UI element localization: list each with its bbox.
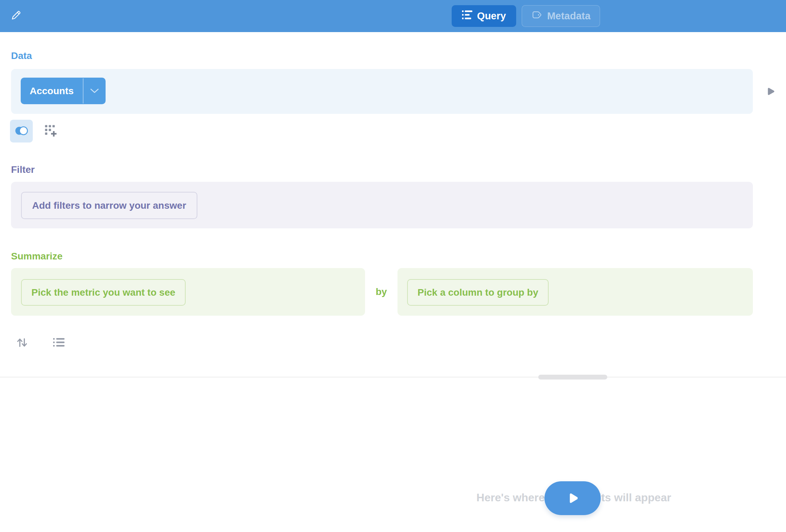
data-step: Accounts [11,69,753,114]
join-data-button[interactable] [10,120,33,142]
custom-column-icon [45,125,57,138]
sort-icon [16,337,28,349]
summarize-section-label: Summarize [11,251,62,262]
tab-query[interactable]: Query [452,5,516,27]
by-label: by [365,268,397,316]
tab-metadata-label: Metadata [547,10,591,22]
filter-step: Add filters to narrow your answer [11,182,753,228]
run-play-icon [568,493,578,504]
app-header: Query Metadata [0,0,786,32]
row-limit-icon [53,338,65,348]
drag-handle[interactable] [538,375,607,380]
tag-icon [531,9,542,23]
join-icon [14,125,29,138]
row-limit-button[interactable] [51,335,66,351]
metric-box: Pick the metric you want to see [11,268,365,316]
sort-button[interactable] [14,335,30,351]
list-icon [462,10,472,22]
query-builder-screen: Query Metadata Data Accounts [0,0,786,532]
add-filter-button[interactable]: Add filters to narrow your answer [21,192,197,219]
data-source-button[interactable]: Accounts [21,78,106,104]
chevron-down-icon[interactable] [83,78,106,104]
preview-play-icon [767,87,775,97]
edit-question-button[interactable] [8,8,23,23]
tab-query-label: Query [477,10,506,22]
pick-group-by-button[interactable]: Pick a column to group by [407,279,549,306]
run-query-button[interactable] [544,481,601,515]
filter-section-label: Filter [11,164,35,175]
custom-column-button[interactable] [42,122,60,140]
pencil-icon [10,10,21,22]
pane-divider [0,377,786,377]
pick-metric-button[interactable]: Pick the metric you want to see [21,279,186,306]
editor-tabs: Query Metadata [452,5,600,27]
data-step-actions [10,120,60,142]
data-section-label: Data [11,50,32,61]
summarize-step: Pick the metric you want to see by Pick … [0,268,786,316]
preview-step-button[interactable] [763,85,778,99]
extra-step-actions [14,335,66,351]
tab-metadata[interactable]: Metadata [522,5,600,27]
data-source-name: Accounts [21,78,83,104]
